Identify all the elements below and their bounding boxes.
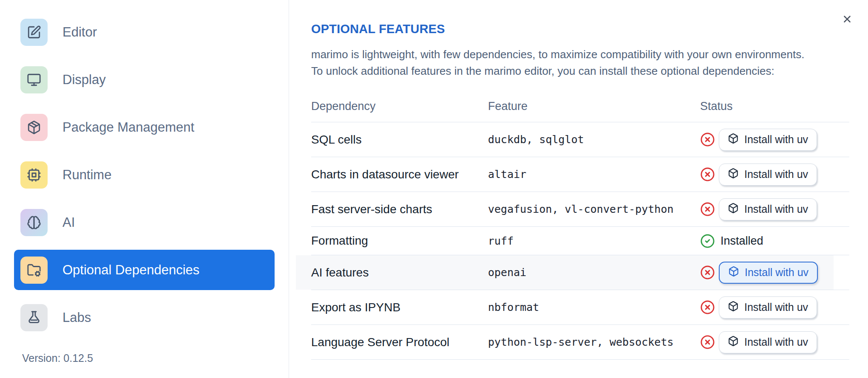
sidebar-item-label: Package Management xyxy=(62,120,194,135)
dependency-cell: Export as IPYNB xyxy=(311,301,488,314)
settings-dialog: Editor Display Package Management Runtim… xyxy=(0,0,868,378)
sidebar-item-label: Editor xyxy=(62,25,97,40)
table-row: Formatting ruff Installed xyxy=(311,227,849,255)
optional-features-panel: OPTIONAL FEATURES marimo is lightweight,… xyxy=(289,0,868,378)
close-icon[interactable] xyxy=(840,12,854,26)
dependency-cell: Charts in datasource viewer xyxy=(311,168,488,181)
feature-cell: altair xyxy=(488,168,700,181)
status-cell: Install with uv xyxy=(700,296,849,319)
sidebar-item-label: Labs xyxy=(62,310,91,325)
install-with-uv-button[interactable]: Install with uv xyxy=(719,164,817,186)
sidebar-item-optional-dependencies[interactable]: Optional Dependencies xyxy=(14,250,275,290)
circle-x-icon xyxy=(700,335,715,350)
circle-x-icon xyxy=(700,132,715,147)
package-icon xyxy=(20,114,48,141)
feature-cell: nbformat xyxy=(488,301,700,313)
table-row: SQL cells duckdb, sqlglot Install with u… xyxy=(311,122,849,157)
circle-x-icon xyxy=(700,202,715,217)
version-label: Version: 0.12.5 xyxy=(22,352,93,364)
circle-x-icon xyxy=(700,300,715,315)
status-cell: Install with uv xyxy=(700,262,849,284)
flask-icon xyxy=(20,304,48,331)
sidebar-item-ai[interactable]: AI xyxy=(14,202,275,243)
table-row: Fast server-side charts vegafusion, vl-c… xyxy=(311,192,849,227)
description-line: To unlock additional features in the mar… xyxy=(311,65,774,77)
brain-icon xyxy=(20,209,48,236)
sidebar-item-runtime[interactable]: Runtime xyxy=(14,155,275,195)
box-icon xyxy=(728,266,739,279)
dependency-cell: Formatting xyxy=(311,234,488,248)
circle-x-icon xyxy=(700,167,715,182)
dependency-cell: Language Server Protocol xyxy=(311,336,488,349)
dependency-cell: SQL cells xyxy=(311,133,488,147)
sidebar-item-label: Display xyxy=(62,72,106,87)
box-icon xyxy=(728,203,739,216)
feature-cell: duckdb, sqlglot xyxy=(488,133,700,146)
box-icon xyxy=(728,133,739,147)
sidebar-item-package-management[interactable]: Package Management xyxy=(14,107,275,147)
status-cell: Installed xyxy=(700,234,849,248)
box-icon xyxy=(728,336,739,349)
folder-cog-icon xyxy=(20,257,48,284)
circle-check-icon xyxy=(700,234,715,248)
sidebar-item-display[interactable]: Display xyxy=(14,59,275,100)
box-icon xyxy=(728,168,739,181)
circle-x-icon xyxy=(700,265,715,280)
dependency-cell: Fast server-side charts xyxy=(311,203,488,216)
table-row: AI features openai Install with uv xyxy=(311,255,849,290)
install-with-uv-button[interactable]: Install with uv xyxy=(719,262,818,284)
status-cell: Install with uv xyxy=(700,198,849,220)
column-header-dependency: Dependency xyxy=(311,100,488,113)
status-cell: Install with uv xyxy=(700,331,849,353)
install-button-label: Install with uv xyxy=(744,336,808,348)
installed-status-label: Installed xyxy=(720,234,763,248)
status-cell: Install with uv xyxy=(700,129,849,151)
table-header-row: Dependency Feature Status xyxy=(311,91,849,122)
install-button-label: Install with uv xyxy=(744,203,808,215)
install-with-uv-button[interactable]: Install with uv xyxy=(719,198,817,220)
description: marimo is lightweight, with few dependen… xyxy=(311,46,868,79)
monitor-icon xyxy=(20,66,48,93)
sidebar-item-label: AI xyxy=(62,215,75,230)
column-header-status: Status xyxy=(700,100,849,113)
feature-cell: ruff xyxy=(488,235,700,247)
sidebar-item-label: Runtime xyxy=(62,167,111,183)
install-button-label: Install with uv xyxy=(744,133,808,146)
install-with-uv-button[interactable]: Install with uv xyxy=(719,296,817,319)
dependencies-table: Dependency Feature Status SQL cells duck… xyxy=(311,91,849,360)
feature-cell: vegafusion, vl-convert-python xyxy=(488,203,700,215)
status-cell: Install with uv xyxy=(700,164,849,186)
sidebar-item-editor[interactable]: Editor xyxy=(14,12,275,52)
sidebar-item-labs[interactable]: Labs xyxy=(14,297,275,338)
edit-icon xyxy=(20,19,48,46)
feature-cell: python-lsp-server, websockets xyxy=(488,336,700,348)
feature-cell: openai xyxy=(488,266,700,279)
page-title: OPTIONAL FEATURES xyxy=(311,22,868,36)
table-row: Export as IPYNB nbformat Install with uv xyxy=(311,290,849,325)
sidebar: Editor Display Package Management Runtim… xyxy=(0,0,289,378)
sidebar-nav: Editor Display Package Management Runtim… xyxy=(0,0,289,338)
install-button-label: Install with uv xyxy=(745,266,808,279)
dependency-cell: AI features xyxy=(311,266,488,279)
column-header-feature: Feature xyxy=(488,100,700,113)
table-row: Language Server Protocol python-lsp-serv… xyxy=(311,325,849,360)
table-row: Charts in datasource viewer altair Insta… xyxy=(311,157,849,192)
description-line: marimo is lightweight, with few dependen… xyxy=(311,48,804,61)
install-with-uv-button[interactable]: Install with uv xyxy=(719,331,817,353)
install-button-label: Install with uv xyxy=(744,168,808,181)
install-with-uv-button[interactable]: Install with uv xyxy=(719,129,817,151)
sidebar-item-label: Optional Dependencies xyxy=(62,262,199,278)
box-icon xyxy=(728,301,739,314)
cpu-icon xyxy=(20,161,48,189)
install-button-label: Install with uv xyxy=(744,301,808,313)
